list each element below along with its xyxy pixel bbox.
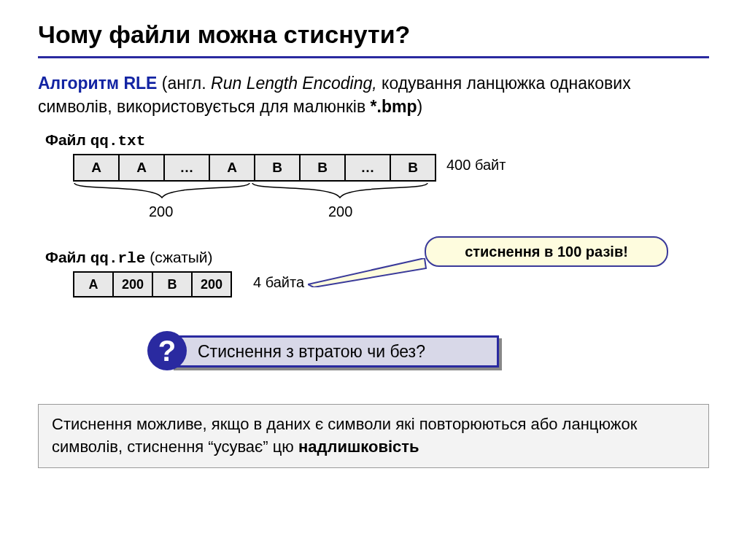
cell: 200 [192, 272, 231, 297]
file1-prefix: Файл [45, 131, 90, 148]
cell: A [209, 155, 255, 181]
brace-left-label: 200 [149, 203, 173, 220]
cell: A [74, 272, 113, 297]
callout-box: стиснення в 100 разів! [425, 236, 668, 267]
cell: B [255, 155, 300, 181]
intro-em: Run Length Encoding, [211, 74, 377, 93]
summary-box: Стиснення можливе, якщо в даних є символ… [38, 404, 709, 468]
cell: … [345, 155, 390, 181]
question-box: Стиснення з втратою чи без? [171, 335, 499, 368]
slide-title: Чому файли можна стиснути? [38, 20, 709, 49]
question-mark-icon: ? [147, 331, 187, 370]
row1: A A … A B B … B 400 байт 200 200 [38, 154, 709, 241]
intro-bmp: *.bmp [371, 97, 417, 116]
cell: 200 [113, 272, 152, 297]
table-compressed: A 200 B 200 [73, 271, 232, 298]
file1-name: qq.txt [90, 133, 146, 149]
file2-suffix: (сжатый) [145, 249, 212, 265]
brace-right-label: 200 [328, 203, 352, 220]
cell: B [152, 272, 192, 297]
intro-open: (англ. [157, 74, 211, 93]
intro-close: ) [417, 97, 422, 116]
cell: … [164, 155, 209, 181]
cell: A [74, 155, 119, 181]
row2: A 200 B 200 4 байта стиснення в 100 разі… [38, 271, 709, 315]
question-row: Стиснення з втратою чи без? ? [147, 335, 709, 376]
file2-name: qq.rle [90, 250, 146, 267]
title-divider [38, 56, 709, 58]
table-original: A A … A B B … B [73, 154, 436, 182]
brace-left [73, 182, 251, 201]
brace-right [251, 182, 429, 201]
cell: B [300, 155, 345, 181]
file1-label: Файл qq.txt [45, 131, 709, 149]
size-compressed: 4 байта [253, 274, 304, 291]
file2-prefix: Файл [45, 249, 90, 265]
cell: B [390, 155, 436, 181]
size-original: 400 байт [446, 157, 506, 174]
cell: A [119, 155, 164, 181]
intro-paragraph: Алгоритм RLE (англ. Run Length Encoding,… [38, 71, 709, 118]
intro-lead: Алгоритм RLE [38, 74, 157, 93]
summary-bold: надлишковість [298, 438, 419, 456]
